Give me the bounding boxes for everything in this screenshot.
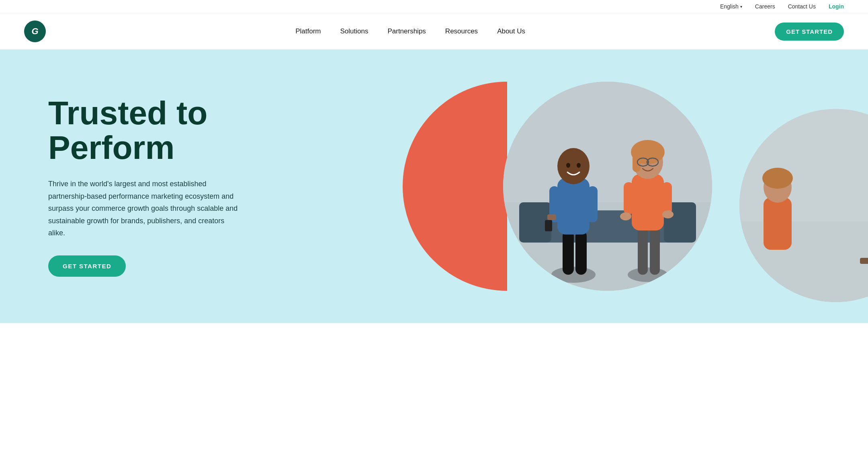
nav-links: Platform Solutions Partnerships Resource… [295, 27, 525, 35]
hero-title: Trusted to Perform [48, 96, 241, 165]
bottom-section [0, 323, 868, 371]
nav-item-partnerships[interactable]: Partnerships [387, 27, 426, 35]
svg-rect-21 [662, 182, 672, 214]
logo-letter: G [31, 26, 38, 37]
careers-link[interactable]: Careers [755, 3, 775, 10]
language-dropdown-icon: ▾ [740, 4, 742, 9]
svg-rect-1 [503, 82, 712, 202]
second-scene-svg [739, 109, 868, 302]
hero-subtitle: Thrive in the world's largest and most e… [48, 178, 241, 239]
nav-item-solutions[interactable]: Solutions [340, 27, 368, 35]
svg-rect-7 [575, 230, 587, 275]
hero-content: Trusted to Perform Thrive in the world's… [48, 96, 241, 277]
contact-us-link[interactable]: Contact Us [788, 3, 816, 10]
hero-section: Trusted to Perform Thrive in the world's… [0, 49, 868, 323]
navbar: G Platform Solutions Partnerships Resour… [0, 13, 868, 49]
language-selector[interactable]: English ▾ [720, 3, 742, 10]
svg-point-13 [557, 148, 590, 184]
svg-rect-20 [624, 182, 634, 214]
hero-visual [415, 49, 868, 323]
svg-rect-19 [632, 174, 664, 230]
svg-point-14 [566, 163, 570, 168]
nav-get-started-button[interactable]: GET STARTED [775, 23, 844, 41]
svg-rect-8 [557, 178, 590, 234]
svg-rect-6 [563, 230, 574, 275]
svg-rect-17 [638, 226, 648, 275]
svg-rect-36 [860, 258, 868, 264]
nav-item-resources[interactable]: Resources [445, 27, 478, 35]
nav-item-platform[interactable]: Platform [295, 27, 321, 35]
svg-point-15 [577, 163, 581, 168]
hero-get-started-button[interactable]: GET STARTED [48, 255, 126, 277]
svg-rect-31 [739, 109, 868, 222]
svg-rect-11 [547, 214, 556, 220]
top-bar: English ▾ Careers Contact Us Login [0, 0, 868, 13]
nav-item-about-us[interactable]: About Us [497, 27, 525, 35]
svg-rect-32 [764, 197, 792, 250]
svg-rect-10 [588, 186, 598, 222]
svg-point-22 [620, 212, 631, 220]
svg-point-23 [662, 210, 674, 218]
svg-rect-12 [545, 220, 552, 231]
logo[interactable]: G [24, 21, 46, 42]
people-scene-svg [503, 82, 712, 291]
svg-rect-26 [633, 152, 641, 172]
language-label: English [720, 3, 739, 10]
photo-circle-main [503, 82, 712, 291]
photo-circle-secondary [739, 109, 868, 302]
svg-rect-18 [650, 226, 660, 275]
svg-point-34 [762, 168, 793, 189]
login-link[interactable]: Login [829, 3, 844, 10]
